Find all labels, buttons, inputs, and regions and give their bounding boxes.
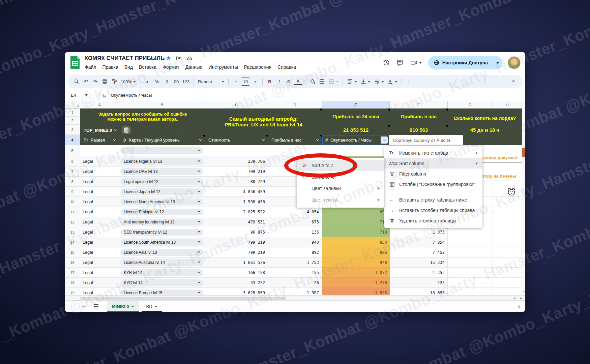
row-header-9[interactable]: 9 [65, 187, 80, 197]
cell-cost[interactable]: 1 598 438 [205, 197, 268, 207]
cell-cost[interactable]: 1 661 576 [205, 257, 268, 268]
cell-h[interactable] [493, 268, 522, 278]
vertical-scrollbar[interactable] [522, 101, 525, 295]
filter-header-cost[interactable]: Стоимость [205, 135, 268, 145]
cell-payback[interactable]: 710 [322, 217, 390, 227]
horizontal-scrollbar[interactable]: ◂ ▸ [65, 295, 525, 301]
cell-section[interactable]: Legal [80, 257, 119, 268]
cell-section[interactable]: Legal [80, 227, 119, 237]
menu-item-цвет-заливки[interactable]: Цвет заливки [297, 183, 384, 194]
row-header-17[interactable]: 17 [65, 268, 80, 278]
cell-card[interactable]: Licence South America lvl 13 [119, 237, 205, 247]
card-dropdown[interactable]: Anti money loundering lvl 13 [120, 219, 203, 225]
card-dropdown[interactable]: Licence Asia lvl 13 [120, 249, 203, 256]
cell-h[interactable] [493, 197, 522, 207]
row-header-1[interactable]: 1 [65, 109, 80, 117]
cell-section[interactable]: Legal [80, 288, 119, 295]
cell-payback[interactable]: 1 278 [322, 278, 390, 288]
card-dropdown[interactable]: Licence Australia lvl 14 [120, 259, 203, 266]
card-dropdown[interactable]: KYB lvl 14 [120, 269, 203, 276]
cell-cost[interactable]: 479 531 [205, 217, 268, 227]
cell-cost[interactable]: 4 036 459 [205, 187, 268, 197]
side-panel-collapse-icon[interactable]: ‹ [518, 303, 520, 309]
menu-item-filter-column[interactable]: Filter column [384, 169, 482, 179]
row-header-19[interactable]: 19 [65, 288, 80, 295]
menu-item-цвет-текста[interactable]: Цвет текста [297, 194, 384, 206]
column-dropdown-button[interactable] [381, 136, 388, 144]
row-header-5[interactable]: 5 [65, 145, 80, 156]
cell-card[interactable]: Licence UAE lvl 13 [119, 166, 205, 177]
menu-item-вставить-столбец-таблицы-справа[interactable]: →Вставить столбец таблицы справа [384, 205, 482, 215]
cell-g[interactable] [448, 227, 493, 237]
cell-cost[interactable]: 33 232 [205, 278, 268, 288]
cell-payback[interactable]: 896 [322, 247, 390, 257]
row-header-12[interactable]: 12 [65, 217, 80, 227]
cell-card[interactable]: KYC lvl 14 [119, 278, 205, 288]
cell-card[interactable]: Licence Asia lvl 13 [119, 247, 205, 257]
scroll-left-icon[interactable]: ◂ [513, 296, 515, 300]
cell-h[interactable] [493, 237, 522, 247]
cell-f[interactable]: 15 334 [390, 257, 448, 268]
cell-card[interactable]: Licence North America lvl 13 [119, 197, 205, 207]
filter-header-section[interactable]: Тт Раздел [80, 135, 119, 145]
card-dropdown[interactable]: Licence South America lvl 13 [120, 239, 203, 246]
menu-item-sort-z-to-a[interactable]: Sort Z to A [297, 171, 384, 183]
banner-profit-hr-label[interactable]: Прибыль в час [390, 109, 448, 125]
select-all-corner[interactable] [65, 101, 80, 109]
cell-section[interactable]: Legal [80, 177, 119, 187]
cell-cost[interactable]: 799 219 [205, 237, 268, 247]
menu-item-sort-a-to-z[interactable]: Sort A to Z [297, 160, 384, 171]
cell-section[interactable]: Legal [80, 207, 119, 217]
row-header-3[interactable]: 3 [65, 125, 80, 135]
cell-section[interactable] [80, 145, 119, 156]
cell-cost[interactable]: 166 158 [205, 268, 268, 278]
banner-profit-hr-value[interactable]: 910 563 [390, 125, 448, 135]
cell-card[interactable]: Anti money loundering lvl 13 [119, 217, 205, 227]
cell-profit-hr[interactable]: 892 [268, 247, 322, 257]
column-header-c[interactable]: C [205, 101, 268, 109]
cell-payback[interactable]: 1 072 [322, 268, 390, 278]
scroll-down-icon[interactable] [522, 289, 525, 294]
row-header-11[interactable]: 11 [65, 207, 80, 217]
column-header-b[interactable]: B [119, 101, 205, 109]
cell-profit-hr[interactable]: 26 [268, 278, 322, 288]
cell-h[interactable] [493, 207, 522, 217]
cell-payback[interactable]: 948 [322, 257, 390, 268]
cell-cost[interactable]: 799 219 [205, 166, 268, 177]
card-dropdown[interactable]: Licence North America lvl 13 [120, 199, 203, 205]
filter-header-payback[interactable]: # Окупаемость / Часы [322, 135, 390, 145]
cell-g[interactable] [448, 257, 493, 268]
banner-profit-24h-value[interactable]: 21 853 512 [322, 125, 390, 135]
menu-item-изменить-тип-столбца[interactable]: ТтИзменить тип столбца [384, 148, 482, 158]
menu-item-столбец-основание-группировки[interactable]: Столбец "Основание группировки" [384, 179, 482, 189]
cell-cost[interactable]: 799 219 [205, 247, 268, 257]
column-header-e[interactable]: E [322, 101, 390, 109]
cell-payback[interactable]: 718 [322, 227, 390, 237]
cell-card[interactable]: Licence Nigeria lvl 13 [119, 156, 205, 166]
cell-g[interactable] [448, 247, 493, 257]
card-dropdown[interactable]: Licence UAE lvl 13 [120, 168, 203, 175]
card-dropdown[interactable]: Licence Japan lvl 12 [120, 188, 203, 195]
cell-h[interactable] [493, 278, 522, 288]
cell-cost[interactable]: 80 729 [205, 177, 268, 187]
row-header-16[interactable]: 16 [65, 257, 80, 268]
cell-cost[interactable] [205, 145, 268, 156]
copy-document-link[interactable]: копию документ [482, 155, 518, 160]
row-header-13[interactable]: 13 [65, 227, 80, 237]
cell-section[interactable]: Legal [80, 187, 119, 197]
banner-telegram-link[interactable]: Задать вопрос или сообщить об ошибке мож… [80, 109, 205, 125]
cell-f[interactable]: 18 093 [390, 288, 448, 295]
column-header-h[interactable]: H [493, 101, 522, 109]
cell-cost[interactable]: 96 875 [205, 227, 268, 237]
row-header-15[interactable]: 15 [65, 247, 80, 257]
cell-f[interactable]: 1 353 [390, 268, 448, 278]
sheet-tab-mine2[interactable]: MINE2.0 [107, 301, 139, 312]
banner-profit-24h-label[interactable]: Прибыль за 24 часа [322, 109, 390, 125]
cell-card[interactable]: Licence Australia lvl 14 [119, 257, 205, 268]
cell-section[interactable]: Legal [80, 197, 119, 207]
cell-h[interactable] [493, 257, 522, 268]
cell-section[interactable]: Legal [80, 247, 119, 257]
cell-f[interactable]: 225 [390, 278, 448, 288]
cell-h[interactable] [493, 227, 522, 237]
card-dropdown[interactable]: KYC lvl 14 [120, 279, 203, 286]
